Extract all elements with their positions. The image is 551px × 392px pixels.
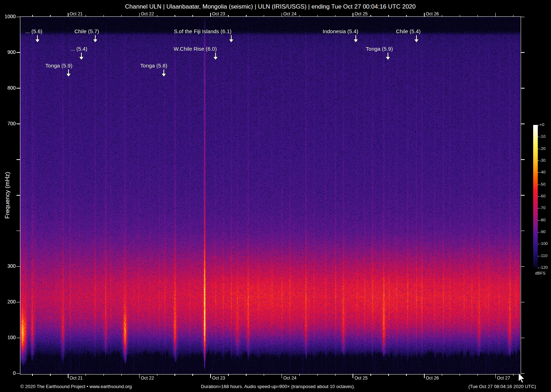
colorbar-tick-label: -70 [540, 206, 546, 210]
colorbar-unit-label: dBFS [532, 271, 549, 275]
x-minor-tick-top [192, 15, 193, 17]
y-tick-left [16, 231, 20, 231]
x-minor-tick-top [103, 15, 104, 17]
x-minor-tick-top [175, 15, 175, 17]
colorbar-tick [538, 220, 539, 221]
y-tick-left [16, 266, 20, 267]
colorbar-tick-label: -30 [540, 158, 546, 162]
y-tick-right [521, 124, 525, 124]
colorbar-tick-label: +0 [540, 122, 544, 127]
x-minor-tick-top [388, 15, 389, 17]
x-date-label-bottom: Oct 21 [70, 376, 83, 381]
x-date-label-top: Oct 25 [354, 11, 368, 16]
x-minor-tick-bottom [246, 374, 247, 376]
colorbar-tick-label: -90 [540, 230, 546, 234]
event-annotation: S.of the Fiji Islands (6.1) [174, 28, 232, 34]
colorbar-tick [538, 232, 539, 232]
event-annotation: ... (5.4) [70, 46, 87, 52]
x-day-tick-bottom [495, 374, 496, 378]
event-annotation: ... (5.6) [25, 28, 42, 34]
y-tick-right [521, 17, 525, 17]
down-arrow-icon [35, 35, 40, 43]
y-tick-right [521, 231, 525, 231]
x-minor-tick-bottom [477, 374, 478, 376]
event-annotation: Tonga (5.8) [140, 62, 167, 69]
x-minor-tick-top [32, 15, 33, 17]
y-tick-label: 900 [0, 49, 16, 55]
colorbar-tick-label: -110 [540, 253, 547, 258]
y-tick-right [521, 266, 525, 267]
x-minor-tick-bottom [103, 374, 104, 376]
y-axis-title: Frequency (mHz) [4, 165, 11, 226]
x-date-label-top: Oct 21 [70, 11, 83, 16]
x-date-label-top: Oct 22 [141, 11, 154, 16]
y-tick-left [16, 124, 20, 124]
y-tick-label: 800 [0, 85, 16, 91]
x-date-label-bottom: Oct 25 [354, 376, 368, 381]
x-minor-tick-top [460, 15, 460, 17]
x-day-tick-bottom [139, 374, 140, 378]
y-tick-label: 100 [0, 335, 16, 340]
down-arrow-icon [161, 69, 167, 77]
x-date-label-bottom: Oct 27 [497, 376, 510, 381]
x-date-label-bottom: Oct 26 [426, 376, 439, 381]
colorbar-tick-label: -10 [540, 134, 546, 139]
down-arrow-icon [79, 52, 84, 60]
x-minor-tick-bottom [32, 374, 33, 376]
event-annotation: Indonesia (5.4) [323, 28, 358, 34]
footer-duration: Duration=168 hours. Audio speed-up=900× … [20, 384, 536, 389]
y-tick-left [16, 159, 20, 160]
y-tick-right [521, 159, 525, 160]
x-minor-tick-bottom [406, 374, 407, 376]
event-annotation: Chile (5.7) [74, 28, 99, 34]
colorbar-tick [538, 268, 539, 268]
y-tick-right [521, 302, 525, 303]
x-minor-tick-top [121, 15, 122, 17]
x-minor-tick-bottom [157, 374, 158, 376]
x-minor-tick-top [477, 15, 478, 17]
y-tick-left [16, 88, 20, 89]
x-minor-tick-top [317, 15, 318, 17]
x-day-tick-top [282, 13, 282, 17]
spectrogram-page: Channel ULN | Ulaanbaatar, Mongolia (sei… [0, 0, 551, 392]
y-tick-left [16, 338, 20, 338]
colorbar-tick [538, 256, 539, 256]
y-tick-label: 200 [0, 299, 16, 305]
event-annotation: Tonga (5.9) [366, 46, 393, 52]
x-minor-tick-bottom [175, 374, 175, 376]
x-date-label-bottom: Oct 23 [212, 376, 225, 381]
x-minor-tick-top [50, 15, 51, 17]
x-day-tick-top [424, 13, 425, 17]
x-minor-tick-bottom [192, 374, 193, 376]
x-minor-tick-bottom [228, 374, 229, 376]
event-annotation: Tonga (5.9) [45, 62, 72, 69]
x-minor-tick-top [86, 15, 86, 17]
y-tick-left [16, 302, 20, 303]
x-day-tick-bottom [353, 374, 353, 378]
x-day-tick-top [68, 13, 69, 17]
x-minor-tick-bottom [50, 374, 51, 376]
y-tick-label: 1000 [0, 14, 16, 19]
colorbar-tick [538, 244, 539, 244]
x-minor-tick-top [370, 15, 371, 17]
x-minor-tick-bottom [513, 374, 514, 376]
colorbar-tick [538, 208, 539, 208]
x-minor-tick-top [228, 15, 229, 17]
down-arrow-icon [213, 52, 218, 60]
x-minor-tick-top [299, 15, 300, 17]
event-annotation: Chile (5.4) [396, 28, 420, 34]
colorbar-tick [538, 137, 539, 137]
y-tick-label: 300 [0, 263, 16, 269]
x-minor-tick-bottom [370, 374, 371, 376]
x-day-tick-bottom [424, 374, 425, 378]
x-minor-tick-bottom [460, 374, 460, 376]
down-arrow-icon [66, 69, 71, 77]
x-day-tick-top [139, 13, 140, 17]
y-tick-left [16, 52, 20, 53]
x-minor-tick-bottom [299, 374, 300, 376]
x-date-label-bottom: Oct 22 [141, 376, 154, 381]
y-tick-right [521, 52, 525, 53]
x-minor-tick-top [406, 15, 407, 17]
down-arrow-icon [228, 35, 234, 43]
colorbar-tick-label: -50 [540, 182, 546, 186]
